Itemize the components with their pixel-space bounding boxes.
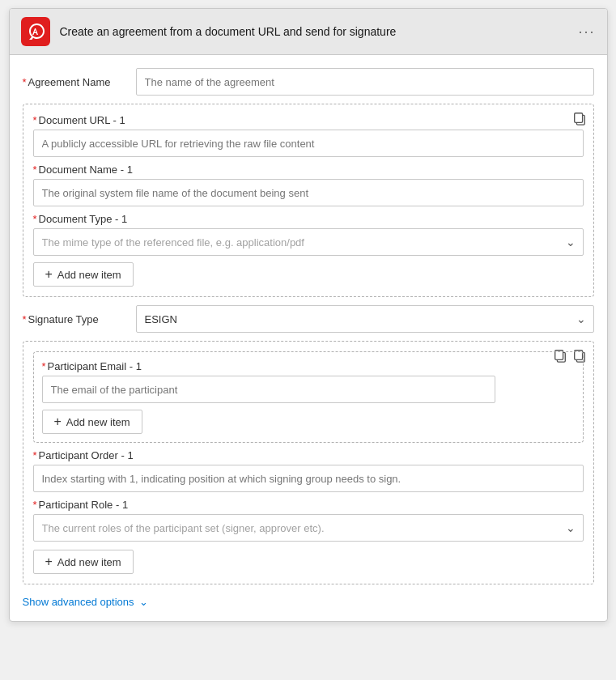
header-title: Create an agreement from a document URL …: [60, 25, 569, 38]
document-url-label: *Document URL - 1: [33, 114, 584, 126]
svg-rect-1: [574, 113, 582, 123]
participant-role-group: *Participant Role - 1 The current roles …: [33, 499, 584, 542]
participant-role-select[interactable]: The current roles of the participant set…: [33, 514, 584, 542]
participant-order-group: *Participant Order - 1: [33, 449, 584, 492]
document-name-group: *Document Name - 1: [33, 164, 584, 206]
participant-email-section: *Participant Email - 1 + Add new item: [33, 351, 584, 443]
more-options-button[interactable]: ···: [578, 23, 595, 40]
document-type-select-wrapper: The mime type of the referenced file, e.…: [33, 228, 584, 256]
add-item-plus-icon-3: +: [45, 555, 53, 568]
document-type-select[interactable]: The mime type of the referenced file, e.…: [33, 228, 584, 256]
main-card: Create an agreement from a document URL …: [9, 8, 608, 622]
add-item-plus-icon: +: [45, 268, 53, 281]
adobe-svg: [26, 22, 45, 41]
chevron-down-icon: ⌄: [139, 596, 148, 608]
document-section: *Document URL - 1 *Document Name - 1 *Do…: [23, 104, 594, 297]
card-body: *Agreement Name *Document URL - 1: [10, 55, 607, 621]
participant-email-add-item-button[interactable]: + Add new item: [42, 410, 142, 434]
participant-order-input[interactable]: [33, 465, 584, 492]
participants-outer-section: *Participant Email - 1 + Add new item *P…: [23, 341, 594, 584]
participant-email-label: *Participant Email - 1: [42, 360, 575, 372]
add-item-plus-icon-2: +: [54, 415, 62, 428]
participant-role-label: *Participant Role - 1: [33, 499, 584, 511]
required-star: *: [23, 76, 27, 88]
document-section-copy-icon[interactable]: [572, 111, 587, 129]
document-type-label: *Document Type - 1: [33, 213, 584, 225]
agreement-name-input[interactable]: [136, 68, 594, 96]
document-name-input[interactable]: [33, 179, 584, 206]
document-name-label: *Document Name - 1: [33, 164, 584, 176]
participant-role-select-wrapper: The current roles of the participant set…: [33, 514, 584, 542]
agreement-name-row: *Agreement Name: [23, 68, 594, 96]
participant-order-label: *Participant Order - 1: [33, 449, 584, 461]
signature-type-select-wrapper: ESIGN WRITTEN ⌄: [136, 305, 594, 333]
card-header: Create an agreement from a document URL …: [10, 9, 607, 55]
document-type-group: *Document Type - 1 The mime type of the …: [33, 213, 584, 256]
show-advanced-label: Show advanced options: [23, 596, 134, 608]
copy-svg: [572, 111, 587, 125]
participant-add-item-button[interactable]: + Add new item: [33, 550, 134, 574]
document-url-input[interactable]: [33, 130, 584, 157]
agreement-name-label: *Agreement Name: [23, 76, 128, 88]
signature-type-row: *Signature Type ESIGN WRITTEN ⌄: [23, 305, 594, 333]
participant-email-group: *Participant Email - 1: [42, 360, 575, 403]
participant-email-input[interactable]: [42, 376, 495, 403]
signature-type-select[interactable]: ESIGN WRITTEN: [136, 305, 594, 333]
adobe-icon: [21, 17, 50, 46]
document-url-group: *Document URL - 1: [33, 114, 584, 157]
document-add-item-button[interactable]: + Add new item: [33, 262, 134, 287]
signature-type-label: *Signature Type: [23, 313, 128, 325]
show-advanced-options-button[interactable]: Show advanced options ⌄: [23, 593, 594, 611]
